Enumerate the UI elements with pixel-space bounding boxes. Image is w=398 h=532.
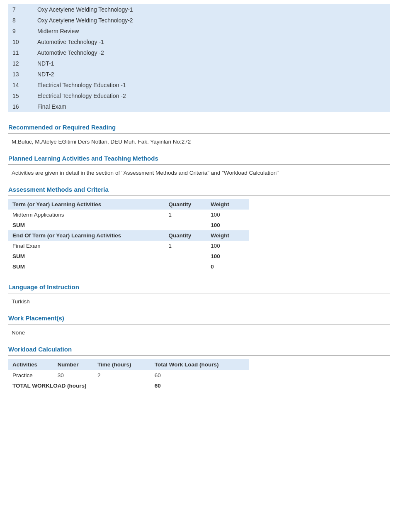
workload-total-label: TOTAL WORKLOAD (hours): [8, 381, 150, 391]
topic-row: 10 Automotive Technology -1: [8, 37, 390, 47]
topic-row: 8 Oxy Acetylene Welding Technology-2: [8, 15, 390, 26]
topic-row: 13 NDT-2: [8, 69, 390, 80]
topic-row: 14 Electrical Technology Education -1: [8, 80, 390, 90]
week-number: 13: [8, 69, 33, 80]
work-placement-divider: [8, 324, 390, 325]
assessment-section: Assessment Methods and Criteria Term (or…: [8, 182, 390, 272]
weight-header: Weight: [206, 199, 249, 210]
week-number: 10: [8, 37, 33, 47]
topic-title: Oxy Acetylene Welding Technology-2: [33, 15, 390, 26]
workload-number: 30: [53, 370, 93, 381]
activity-name: Midterm Applications: [8, 210, 164, 220]
workload-total: 60: [150, 370, 249, 381]
week-number: 9: [8, 26, 33, 37]
topic-title: Electrical Technology Education -1: [33, 80, 390, 90]
end-sum-row: SUM 100: [8, 251, 249, 261]
assessment-table: Term (or Year) Learning Activities Quant…: [8, 199, 249, 272]
end-term-header-row: End Of Term (or Year) Learning Activitie…: [8, 230, 249, 241]
final-sum-row: SUM 0: [8, 261, 249, 272]
workload-data-row: Practice 30 2 60: [8, 370, 249, 381]
page-wrapper: 7 Oxy Acetylene Welding Technology-1 8 O…: [0, 0, 398, 403]
final-sum-quantity: [164, 261, 206, 272]
assessment-divider: [8, 195, 390, 196]
week-number: 14: [8, 80, 33, 90]
assessment-header: Assessment Methods and Criteria: [8, 182, 390, 195]
end-sum-weight: 100: [206, 251, 249, 261]
workload-column-header: Activities: [8, 359, 53, 370]
language-content: Turkish: [8, 297, 390, 310]
week-number: 11: [8, 47, 33, 58]
final-sum-label: SUM: [8, 261, 164, 272]
activity-weight: 100: [206, 210, 249, 220]
language-header: Language of Instruction: [8, 279, 390, 293]
workload-time: 2: [93, 370, 150, 381]
week-number: 16: [8, 101, 33, 112]
end-activity-name: Final Exam: [8, 241, 164, 251]
week-number: 7: [8, 4, 33, 15]
quantity-header: Quantity: [164, 199, 206, 210]
planned-learning-header: Planned Learning Activities and Teaching…: [8, 151, 390, 164]
topic-row: 15 Electrical Technology Education -2: [8, 90, 390, 101]
recommended-reading-divider: [8, 133, 390, 134]
end-quantity-header: Quantity: [164, 230, 206, 241]
week-number: 12: [8, 58, 33, 69]
sum-label: SUM: [8, 220, 164, 230]
end-sum-quantity: [164, 251, 206, 261]
term-data-row: Midterm Applications 1 100: [8, 210, 249, 220]
topics-table: 7 Oxy Acetylene Welding Technology-1 8 O…: [8, 4, 390, 112]
end-weight-header: Weight: [206, 230, 249, 241]
workload-column-header: Total Work Load (hours): [150, 359, 249, 370]
workload-header-row: ActivitiesNumberTime (hours)Total Work L…: [8, 359, 249, 370]
final-sum-weight: 0: [206, 261, 249, 272]
recommended-reading-content: M.Buluc, M.Atelye EGitimi Ders Notlari, …: [8, 137, 390, 151]
end-data-row: Final Exam 1 100: [8, 241, 249, 251]
workload-header: Workload Calculation: [8, 342, 390, 355]
work-placement-header: Work Placement(s): [8, 310, 390, 324]
topic-row: 11 Automotive Technology -2: [8, 47, 390, 58]
workload-total-row: TOTAL WORKLOAD (hours) 60: [8, 381, 249, 391]
topic-title: NDT-1: [33, 58, 390, 69]
end-activity-quantity: 1: [164, 241, 206, 251]
term-sum-row: SUM 100: [8, 220, 249, 230]
topic-title: Final Exam: [33, 101, 390, 112]
language-divider: [8, 293, 390, 293]
week-number: 8: [8, 15, 33, 26]
planned-learning-divider: [8, 164, 390, 165]
sum-quantity: [164, 220, 206, 230]
workload-activity: Practice: [8, 370, 53, 381]
workload-table: ActivitiesNumberTime (hours)Total Work L…: [8, 359, 249, 391]
end-sum-label: SUM: [8, 251, 164, 261]
topic-row: 9 Midterm Review: [8, 26, 390, 37]
topic-title: Automotive Technology -2: [33, 47, 390, 58]
topic-title: Automotive Technology -1: [33, 37, 390, 47]
end-term-header: End Of Term (or Year) Learning Activitie…: [8, 230, 164, 241]
workload-column-header: Number: [53, 359, 93, 370]
end-activity-weight: 100: [206, 241, 249, 251]
sum-weight: 100: [206, 220, 249, 230]
workload-divider: [8, 355, 390, 356]
activity-quantity: 1: [164, 210, 206, 220]
topic-row: 16 Final Exam: [8, 101, 390, 112]
topic-title: Oxy Acetylene Welding Technology-1: [33, 4, 390, 15]
planned-learning-content: Activities are given in detail in the se…: [8, 168, 390, 182]
workload-total-value: 60: [150, 381, 249, 391]
topic-row: 12 NDT-1: [8, 58, 390, 69]
week-number: 15: [8, 90, 33, 101]
workload-column-header: Time (hours): [93, 359, 150, 370]
recommended-reading-header: Recommended or Required Reading: [8, 120, 390, 133]
topic-title: Midterm Review: [33, 26, 390, 37]
work-placement-content: None: [8, 328, 390, 342]
topic-row: 7 Oxy Acetylene Welding Technology-1: [8, 4, 390, 15]
term-header: Term (or Year) Learning Activities: [8, 199, 164, 210]
topic-title: Electrical Technology Education -2: [33, 90, 390, 101]
term-header-row: Term (or Year) Learning Activities Quant…: [8, 199, 249, 210]
topic-title: NDT-2: [33, 69, 390, 80]
